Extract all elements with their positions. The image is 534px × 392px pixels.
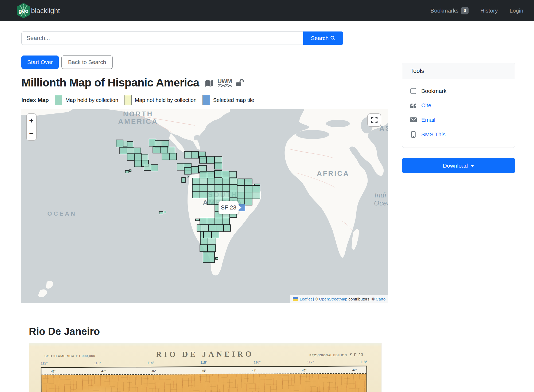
map-tile[interactable] (237, 185, 245, 192)
download-button[interactable]: Download (402, 158, 515, 173)
map-tile[interactable] (245, 192, 252, 199)
map-tile[interactable] (192, 191, 200, 198)
map-tile[interactable] (177, 163, 184, 170)
map-tile[interactable] (200, 231, 204, 238)
map-tile[interactable] (144, 164, 151, 171)
map-tile[interactable] (215, 218, 222, 225)
map-tile[interactable] (237, 179, 245, 185)
map-tile[interactable] (229, 171, 236, 178)
map-tile[interactable] (203, 252, 215, 263)
map-tile[interactable] (200, 156, 206, 163)
map-tile[interactable] (207, 198, 215, 205)
leaflet-link[interactable]: Leaflet (300, 297, 312, 301)
map-tile[interactable] (209, 225, 216, 231)
map-tile[interactable] (116, 140, 123, 147)
map-tile[interactable] (206, 157, 215, 163)
back-to-search-button[interactable]: Back to Search (61, 56, 113, 69)
email-link[interactable]: Email (410, 117, 507, 123)
map-tile[interactable] (169, 153, 177, 160)
brand-logo[interactable]: geo blacklight (17, 3, 60, 19)
map-tile[interactable] (191, 167, 198, 173)
nav-bookmarks-link[interactable]: Bookmarks 0 (430, 7, 469, 14)
map-tile[interactable] (215, 178, 222, 185)
map-tile[interactable] (252, 192, 260, 199)
map-tile[interactable] (200, 191, 207, 198)
map-tile[interactable] (200, 218, 207, 225)
map-tile[interactable] (200, 178, 207, 185)
map-tile[interactable] (222, 178, 230, 185)
map-tile[interactable] (204, 231, 212, 238)
map-tile[interactable] (252, 185, 260, 192)
map-tile[interactable] (207, 185, 215, 191)
map-tile[interactable] (200, 185, 207, 191)
map-tile[interactable] (222, 185, 230, 191)
zoom-out-button[interactable]: − (27, 127, 36, 140)
map-tile[interactable] (215, 185, 222, 191)
nav-login-link[interactable]: Login (510, 7, 523, 14)
map-tile[interactable] (207, 171, 215, 178)
map-tile[interactable] (222, 191, 230, 198)
map-tile[interactable] (129, 170, 131, 172)
map-tile[interactable] (201, 238, 208, 245)
map-tile[interactable] (207, 218, 215, 225)
map-tile[interactable] (134, 148, 141, 154)
map-tile[interactable] (216, 225, 224, 231)
search-input[interactable] (21, 31, 303, 45)
map-tile[interactable] (141, 154, 148, 160)
index-map[interactable]: NORTHAMERICAOCEANSOUTHAMERICAAFRICAASIAI… (21, 109, 388, 303)
map-tile[interactable] (215, 191, 222, 198)
map-tile[interactable] (230, 184, 237, 191)
map-tile[interactable] (184, 152, 191, 158)
map-tile[interactable] (127, 147, 134, 154)
map-tile[interactable] (222, 218, 229, 225)
map-tile[interactable] (182, 177, 185, 183)
map-tile[interactable] (127, 141, 133, 148)
map-tile[interactable] (207, 191, 215, 198)
map-tile[interactable] (212, 231, 219, 238)
bookmark-checkbox[interactable] (410, 88, 416, 94)
carto-link[interactable]: Carto (376, 297, 385, 301)
map-tile[interactable] (208, 245, 216, 252)
map-tile[interactable] (168, 147, 175, 153)
cite-link[interactable]: Cite (410, 102, 507, 109)
map-tile[interactable] (151, 165, 158, 171)
zoom-in-button[interactable]: + (27, 114, 36, 127)
map-tile[interactable] (245, 179, 252, 185)
map-tile[interactable] (207, 178, 215, 185)
map-tile[interactable] (123, 141, 127, 147)
map-tile[interactable] (200, 245, 208, 252)
map-tile[interactable] (159, 212, 163, 214)
map-tile[interactable] (222, 171, 229, 178)
map-tile[interactable] (127, 154, 134, 160)
map-tile[interactable] (120, 147, 127, 154)
map-tile[interactable] (153, 146, 160, 153)
map-tile[interactable] (125, 171, 129, 173)
fullscreen-button[interactable] (367, 113, 381, 127)
map-tile[interactable] (191, 152, 198, 158)
map-tile[interactable] (196, 219, 200, 221)
map-tile[interactable] (164, 211, 166, 213)
map-tile[interactable] (134, 154, 142, 160)
map-tile[interactable] (200, 171, 207, 178)
map-tile[interactable] (155, 140, 162, 147)
map-tile[interactable] (162, 153, 169, 160)
openstreetmap-link[interactable]: OpenStreetMap (319, 297, 347, 301)
map-tile[interactable] (160, 146, 168, 153)
map-tile[interactable] (192, 185, 200, 191)
nav-history-link[interactable]: History (480, 7, 498, 14)
map-tile[interactable] (216, 258, 218, 259)
map-tile[interactable] (184, 168, 191, 174)
map-tile[interactable] (208, 238, 216, 245)
map-tile[interactable] (215, 162, 222, 169)
map-tile[interactable] (224, 225, 231, 231)
map-tile[interactable] (201, 225, 209, 231)
sms-link[interactable]: SMS This (410, 131, 507, 138)
map-tile[interactable] (215, 171, 222, 177)
map-tile[interactable] (192, 178, 200, 185)
map-tile[interactable] (134, 160, 142, 167)
map-tile[interactable] (197, 225, 201, 231)
map-tile[interactable] (187, 176, 188, 177)
map-tile[interactable] (255, 184, 260, 185)
map-tile[interactable] (245, 199, 252, 205)
map-tile[interactable] (245, 185, 252, 192)
